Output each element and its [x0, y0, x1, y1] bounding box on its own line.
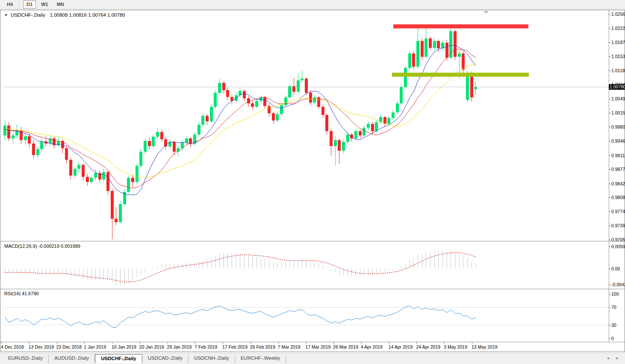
- date-axis-tick: [57, 342, 57, 343]
- price-axis-label: 1.01530: [611, 54, 625, 59]
- price-axis-tick: [609, 169, 610, 170]
- date-axis-label: 17 Feb 2019: [222, 344, 248, 349]
- date-axis-label: 7 Feb 2019: [195, 344, 217, 349]
- macd-axis-label: 0.00: [611, 266, 620, 271]
- macd-axis-tick: [609, 269, 610, 269]
- price-axis-label: 1.00490: [611, 96, 625, 101]
- date-axis-tick: [195, 342, 195, 343]
- price-axis-label: 0.99110: [611, 153, 625, 158]
- price-axis-label: 0.97050: [611, 237, 625, 242]
- price-axis-label: 1.02560: [611, 12, 625, 17]
- date-axis-tick: [140, 342, 140, 343]
- trading-terminal: H4 D1W1MN ▼ USDCHF-,Daily 1.00808 1.0081…: [0, 0, 625, 364]
- price-axis-label: 1.01870: [611, 40, 625, 45]
- date-axis-tick: [223, 342, 223, 343]
- price-axis-label: 1.01180: [611, 68, 625, 73]
- date-axis-tick: [472, 342, 472, 343]
- price-axis-tick: [609, 127, 610, 127]
- price-axis-tick: [609, 113, 610, 113]
- chart-canvas[interactable]: [0, 0, 625, 364]
- price-axis-label: 0.98420: [611, 181, 625, 186]
- macd-axis-tick: [609, 247, 610, 247]
- chart-title: ▼ USDCHF-,Daily 1.00808 1.00816 1.00764 …: [4, 12, 125, 18]
- date-axis-tick: [416, 342, 417, 343]
- chart-ohlc-readout: 1.00808 1.00816 1.00764 1.00780: [50, 12, 125, 18]
- price-axis-label: 0.99800: [611, 124, 625, 129]
- date-axis-tick: [29, 342, 29, 343]
- chart-tab-eurusd-daily[interactable]: EURUSD-,Daily: [3, 354, 49, 363]
- date-axis-label: 17 Mar 2019: [305, 344, 330, 349]
- price-axis-tick: [609, 70, 610, 71]
- rsi-axis-tick: [609, 338, 610, 339]
- macd-indicator-label: MACD(12,26,9) -0.000219 0.001989: [4, 244, 80, 249]
- date-axis-label: 26 Feb 2019: [250, 344, 275, 349]
- price-axis-tick: [609, 240, 610, 240]
- chart-tabs: EURUSD-,DailyAUDUSD-,DailyUSDCHF-,DailyU…: [3, 354, 286, 363]
- date-axis-label: 14 Apr 2019: [389, 344, 413, 349]
- price-axis-tick: [609, 184, 610, 184]
- date-axis-tick: [251, 342, 251, 343]
- price-axis-label: 1.02220: [611, 26, 625, 31]
- price-axis-label: 0.97740: [611, 209, 625, 214]
- price-axis-tick: [609, 42, 610, 43]
- date-axis-tick: [168, 342, 168, 343]
- date-axis-label: 26 Mar 2019: [333, 344, 358, 349]
- price-axis-label: 0.98770: [611, 167, 625, 172]
- price-axis-label: 0.99460: [611, 138, 625, 144]
- price-axis-label: 0.97390: [611, 223, 625, 228]
- date-axis-label: 1 Jan 2019: [84, 344, 106, 349]
- price-axis-tick: [609, 156, 610, 156]
- date-axis-label: 13 May 2019: [472, 344, 498, 349]
- date-axis-label: 20 Jan 2019: [139, 344, 164, 349]
- price-axis-tick: [609, 141, 610, 141]
- price-axis-label: 1.00150: [611, 110, 625, 115]
- date-axis-label: 7 Mar 2019: [278, 344, 301, 349]
- macd-axis-tick: [609, 285, 610, 285]
- price-axis-tick: [609, 197, 610, 198]
- chart-tab-usdcnh-daily[interactable]: USDCNH-,Daily: [189, 354, 235, 363]
- date-axis-label: 13 Dec 2018: [29, 344, 54, 349]
- date-axis-tick: [389, 342, 389, 343]
- date-axis-tick: [84, 342, 85, 343]
- price-axis-tick: [609, 211, 610, 212]
- chart-symbol-label: USDCHF-,Daily: [11, 12, 45, 18]
- date-axis-tick: [444, 342, 445, 343]
- date-axis-label: 10 Jan 2019: [112, 344, 136, 349]
- macd-axis-label: -0.00424: [611, 282, 625, 287]
- rsi-axis-tick: [609, 307, 610, 308]
- macd-axis-label: 0.00597: [611, 244, 625, 249]
- date-axis-label: 24 Apr 2019: [416, 344, 440, 349]
- price-axis-tick: [609, 99, 610, 99]
- price-axis-tick: [609, 28, 610, 29]
- price-axis-tick: [609, 14, 610, 15]
- chart-tab-audusd-daily[interactable]: AUDUSD-,Daily: [49, 354, 95, 363]
- price-axis-tick: [609, 56, 610, 57]
- price-axis-label: 0.98080: [611, 195, 625, 200]
- rsi-indicator-label: RSI(14) 41.6790: [4, 291, 39, 296]
- date-axis-label: 4 Apr 2019: [361, 344, 383, 349]
- rsi-axis-tick: [609, 294, 610, 294]
- date-axis-label: 23 Dec 2018: [56, 344, 82, 349]
- date-axis-tick: [306, 342, 306, 343]
- date-axis-tick: [112, 342, 112, 343]
- rsi-axis-label: 70: [611, 305, 616, 310]
- rsi-axis-label: 0: [611, 336, 614, 341]
- rsi-axis-label: 30: [611, 323, 616, 328]
- chart-dropdown-icon[interactable]: ▼: [4, 13, 8, 17]
- chart-tab-usdchf-daily[interactable]: USDCHF-,Daily: [95, 354, 142, 363]
- date-axis-tick: [278, 342, 279, 343]
- rsi-axis-tick: [609, 325, 610, 326]
- chart-tab-usdcad-daily[interactable]: USDCAD-,Daily: [142, 354, 189, 363]
- chart-tab-eurchf-weekly[interactable]: EURCHF-,Weekly: [235, 354, 286, 363]
- tab-scroll-arrows[interactable]: ◄ ►: [606, 356, 622, 360]
- date-axis-tick: [1, 342, 2, 343]
- rsi-axis-label: 100: [611, 291, 619, 296]
- price-axis-tick: [609, 226, 610, 226]
- date-axis-tick: [361, 342, 362, 343]
- chart-tab-bar: EURUSD-,DailyAUDUSD-,DailyUSDCHF-,DailyU…: [0, 353, 625, 364]
- date-axis-tick: [333, 342, 334, 343]
- date-axis-label: 29 Jan 2019: [167, 344, 192, 349]
- current-price-badge: 1.00780: [609, 84, 625, 90]
- date-axis-label: 3 May 2019: [444, 344, 467, 349]
- date-axis-label: 4 Dec 2018: [1, 344, 24, 349]
